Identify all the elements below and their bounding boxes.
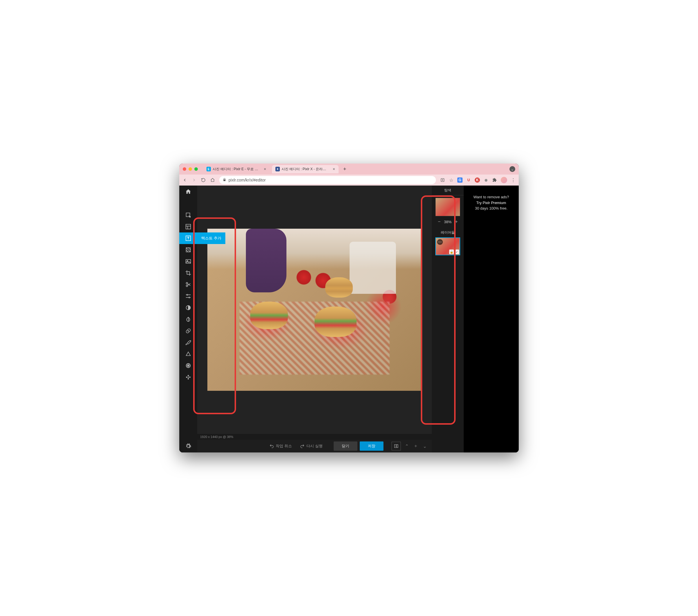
fill-tool[interactable]: [179, 244, 197, 256]
ad-line-2[interactable]: Try Pixlr Premium: [466, 200, 516, 206]
settings-button[interactable]: [179, 440, 197, 453]
browser-actions: ☆ G U K ◉ ⋮: [440, 177, 516, 183]
svg-point-16: [189, 377, 191, 378]
layers-header: 레이어들: [432, 227, 464, 238]
canvas-viewport[interactable]: [197, 186, 432, 434]
close-tab-icon[interactable]: ×: [333, 167, 335, 171]
canvas-image[interactable]: [207, 229, 422, 391]
dimensions-label: 1920 x 1440 px @ 38%: [197, 434, 432, 440]
favicon-icon: E: [207, 167, 211, 171]
svg-point-9: [187, 295, 188, 296]
svg-point-17: [188, 378, 189, 379]
browser-chrome: E 사진 에디터 : Pixlr E - 무료 이미지 × X 사진 에디터 :…: [179, 163, 519, 186]
new-tab-button[interactable]: +: [341, 166, 349, 172]
profile-avatar[interactable]: [501, 177, 507, 183]
visible-icon[interactable]: ✓: [455, 249, 459, 254]
text-tool[interactable]: 텍스트 추가: [179, 232, 197, 244]
shape-tool[interactable]: [179, 348, 197, 360]
right-panel: 탐색 − 38% + 레이어들 ⋯ 🔒 ✓: [432, 186, 464, 453]
redo-button[interactable]: 다시 실행: [297, 442, 325, 450]
tab-pixlr-e[interactable]: E 사진 에디터 : Pixlr E - 무료 이미지 ×: [203, 165, 270, 173]
account-icon[interactable]: ⌄: [509, 166, 515, 172]
reload-icon[interactable]: [201, 178, 206, 182]
close-window-icon[interactable]: [183, 167, 186, 171]
tab-bar: E 사진 에디터 : Pixlr E - 무료 이미지 × X 사진 에디터 :…: [179, 163, 519, 174]
maximize-window-icon[interactable]: [194, 167, 198, 171]
lock-icon: [223, 178, 226, 182]
canvas-area: 1920 x 1440 px @ 38% 작업 취소 다시 실행 닫기 저장 ⌃…: [197, 186, 432, 453]
cutout-tool[interactable]: [179, 279, 197, 290]
ad-line-1: Want to remove ads?: [466, 194, 516, 200]
lock-icon[interactable]: 🔒: [449, 249, 454, 254]
arrange-tool[interactable]: [179, 209, 197, 221]
liquify-tool[interactable]: [179, 314, 197, 325]
undo-button[interactable]: 작업 취소: [266, 442, 295, 450]
add-layer-button[interactable]: +: [413, 443, 419, 449]
favicon-icon: X: [276, 167, 280, 171]
image-tool[interactable]: [179, 256, 197, 267]
tab-title: 사진 에디터 : Pixlr X - 온라인 무료: [281, 167, 329, 172]
svg-point-14: [188, 375, 189, 376]
layout-tool[interactable]: [179, 221, 197, 232]
address-bar: pixlr.com/kr/x/#editor ☆ G U K ◉ ⋮: [179, 174, 519, 186]
crop-tool[interactable]: [179, 267, 197, 279]
navigator-thumbnail[interactable]: [435, 198, 460, 216]
url-input[interactable]: pixlr.com/kr/x/#editor: [219, 176, 436, 184]
effects-tool[interactable]: [179, 371, 197, 383]
svg-point-18: [188, 377, 189, 378]
layer-down-button[interactable]: ⌄: [421, 443, 428, 449]
disperse-tool[interactable]: [179, 360, 197, 371]
home-button[interactable]: [179, 186, 197, 198]
translate-extension-icon[interactable]: G: [457, 177, 462, 183]
share-extension-icon[interactable]: ◉: [484, 177, 489, 183]
forward-icon[interactable]: [192, 178, 197, 182]
layer-up-button[interactable]: ⌃: [403, 443, 410, 449]
svg-point-10: [189, 297, 190, 298]
heal-tool[interactable]: [179, 325, 197, 336]
tab-title: 사진 에디터 : Pixlr E - 무료 이미지: [213, 167, 260, 172]
install-icon[interactable]: [440, 178, 445, 182]
pixlr-app: 텍스트 추가: [179, 186, 519, 453]
svg-point-8: [186, 283, 188, 284]
adjust-tool[interactable]: [179, 290, 197, 302]
zoom-control: − 38% +: [438, 218, 458, 227]
svg-rect-2: [186, 224, 191, 229]
tab-pixlr-x[interactable]: X 사진 에디터 : Pixlr X - 온라인 무료 ×: [272, 165, 338, 173]
zoom-out-button[interactable]: −: [438, 219, 441, 224]
ad-line-3: 30 days 100% free.: [466, 205, 516, 211]
url-text: pixlr.com/kr/x/#editor: [228, 178, 266, 182]
extension-k-icon[interactable]: K: [475, 177, 480, 183]
svg-point-15: [186, 377, 187, 378]
zoom-in-button[interactable]: +: [455, 219, 458, 224]
layer-options-icon[interactable]: ⋯: [437, 239, 443, 245]
close-button[interactable]: 닫기: [334, 442, 358, 451]
brush-tool[interactable]: [179, 336, 197, 348]
back-icon[interactable]: [182, 178, 187, 182]
bottom-bar: 작업 취소 다시 실행 닫기 저장 ⌃ + ⌄: [197, 440, 432, 453]
zoom-value: 38%: [444, 220, 451, 224]
contrast-tool[interactable]: [179, 302, 197, 314]
minimize-window-icon[interactable]: [189, 167, 192, 171]
window-controls: [183, 167, 198, 171]
layer-thumbnail[interactable]: ⋯ 🔒 ✓: [435, 238, 460, 255]
toggle-panel-button[interactable]: [392, 442, 401, 450]
close-tab-icon[interactable]: ×: [264, 167, 266, 171]
menu-icon[interactable]: ⋮: [511, 177, 516, 183]
home-icon[interactable]: [210, 178, 215, 182]
svg-point-7: [186, 285, 188, 287]
navigate-header: 탐색: [432, 186, 464, 196]
ublock-extension-icon[interactable]: U: [466, 177, 471, 183]
left-toolbar: 텍스트 추가: [179, 186, 197, 453]
tool-tooltip: 텍스트 추가: [197, 232, 225, 244]
ad-column: Want to remove ads? Try Pixlr Premium 30…: [464, 186, 519, 453]
extensions-icon[interactable]: [492, 178, 497, 182]
save-button[interactable]: 저장: [360, 442, 383, 451]
bookmark-icon[interactable]: ☆: [449, 177, 454, 183]
